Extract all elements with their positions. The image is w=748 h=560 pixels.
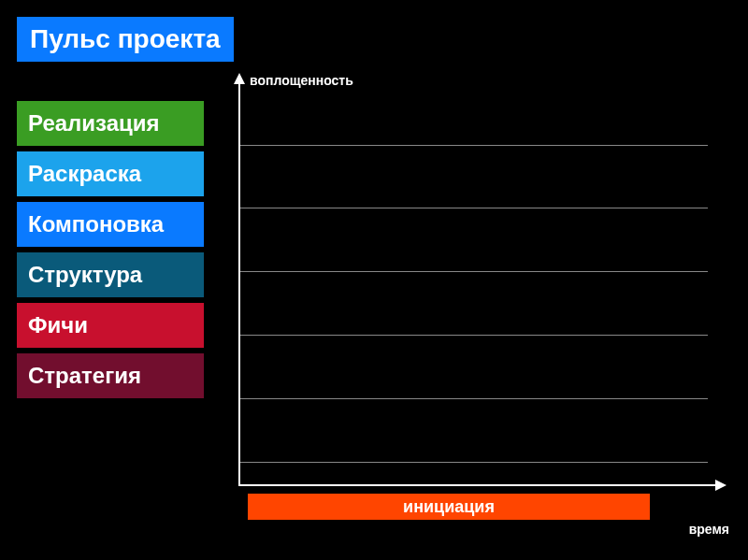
title-text: Пульс проекта	[30, 24, 221, 53]
x-axis	[238, 484, 725, 486]
y-axis	[238, 75, 240, 486]
stages-list: РеализацияРаскраскаКомпоновкаСтруктураФи…	[17, 101, 204, 398]
init-bar-label: инициация	[403, 497, 495, 517]
gridline	[240, 398, 708, 399]
stage-box: Компоновка	[17, 202, 204, 247]
stage-box: Реализация	[17, 101, 204, 146]
gridline	[240, 271, 708, 272]
stage-box: Фичи	[17, 303, 204, 348]
stage-box: Стратегия	[17, 353, 204, 398]
init-bar: инициация	[248, 494, 650, 520]
gridline	[240, 335, 708, 336]
title-box: Пульс проекта	[17, 17, 234, 62]
gridline	[240, 462, 708, 463]
gridline	[240, 208, 708, 208]
chart-area: воплощенность время инициация	[238, 75, 725, 486]
y-axis-label: воплощенность	[250, 73, 353, 88]
stage-box: Раскраска	[17, 151, 204, 196]
stage-box: Структура	[17, 252, 204, 297]
x-axis-label: время	[689, 522, 729, 537]
gridline	[240, 145, 708, 146]
